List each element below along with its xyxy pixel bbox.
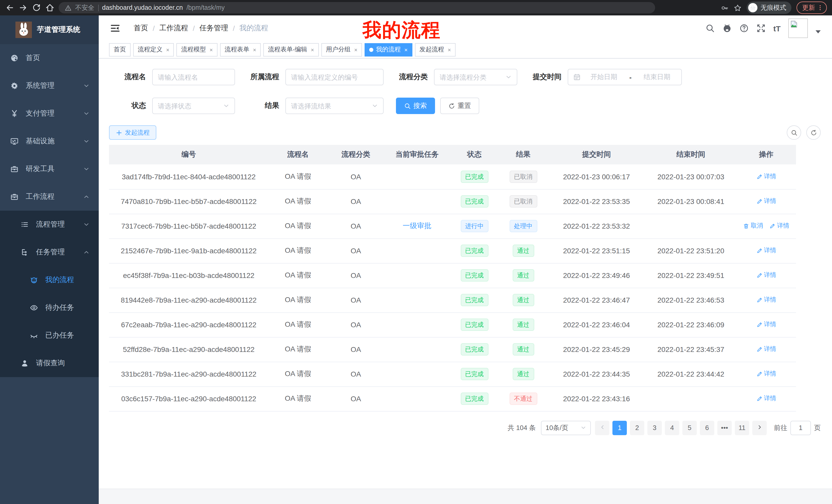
browser-forward-icon[interactable] — [19, 3, 28, 12]
cancel-action-link[interactable]: 取消 — [743, 222, 763, 230]
cell-current-task — [384, 164, 450, 189]
app-logo-row[interactable]: 芋道管理系统 — [0, 16, 99, 44]
address-bar[interactable]: 不安全 dashboard.yudao.iocoder.cn/bpm/task/… — [59, 2, 655, 13]
detail-action-link[interactable]: 详情 — [769, 222, 789, 230]
detail-action-link[interactable]: 详情 — [756, 345, 776, 354]
detail-action-link[interactable]: 详情 — [756, 172, 776, 181]
close-icon[interactable]: × — [404, 47, 408, 53]
browser-chrome: 不安全 dashboard.yudao.iocoder.cn/bpm/task/… — [0, 0, 832, 16]
close-icon[interactable]: × — [311, 47, 314, 53]
cell-status: 已完成 — [450, 288, 499, 312]
detail-action-link[interactable]: 详情 — [756, 370, 776, 379]
fullscreen-icon[interactable] — [756, 24, 766, 33]
show-search-button[interactable] — [787, 125, 801, 140]
search-icon[interactable] — [705, 24, 715, 33]
goto-page-input[interactable] — [790, 421, 811, 435]
sidebar-collapse-icon[interactable] — [110, 23, 120, 33]
avatar[interactable] — [788, 19, 808, 38]
detail-action-link[interactable]: 详情 — [756, 394, 776, 403]
tab-用户分组[interactable]: 用户分组× — [321, 43, 362, 56]
browser-update-button[interactable]: 更新 — [797, 2, 827, 14]
font-size-icon[interactable]: tT — [773, 24, 781, 33]
refresh-table-button[interactable] — [806, 125, 821, 140]
tab-流程模型[interactable]: 流程模型× — [177, 43, 217, 56]
process-def-input[interactable] — [285, 69, 384, 85]
sidebar-item-已办任务[interactable]: 已办任务 — [0, 321, 99, 349]
page-size-select[interactable]: 10条/页 — [541, 421, 591, 435]
sidebar-item-首页[interactable]: 首页 — [0, 44, 99, 72]
next-page-button[interactable] — [752, 421, 767, 435]
tab-流程表单-编辑[interactable]: 流程表单-编辑× — [263, 43, 319, 56]
detail-action-link[interactable]: 详情 — [756, 197, 776, 206]
pager-page-2[interactable]: 2 — [630, 421, 644, 435]
process-name-input[interactable] — [152, 69, 235, 85]
browser-reload-icon[interactable] — [32, 3, 41, 12]
toolbox-icon — [10, 193, 19, 201]
sidebar-item-工作流程[interactable]: 工作流程 — [0, 183, 99, 211]
sidebar-item-流程管理[interactable]: 流程管理 — [0, 211, 99, 239]
close-icon[interactable]: × — [354, 47, 358, 53]
tab-发起流程[interactable]: 发起流程× — [415, 43, 456, 56]
bookmark-star-icon[interactable] — [734, 4, 742, 11]
search-button[interactable]: 搜索 — [396, 97, 435, 114]
briefcase-icon — [10, 165, 19, 173]
sidebar-item-系统管理[interactable]: 系统管理 — [0, 72, 99, 100]
pager-page-11[interactable]: 11 — [735, 421, 749, 435]
table-header-row: 编号流程名流程分类当前审批任务状态结果提交时间结束时间操作 — [109, 145, 796, 164]
sidebar-item-请假查询[interactable]: 请假查询 — [0, 349, 99, 377]
user-menu-caret-icon[interactable] — [815, 30, 821, 33]
pager-page-4[interactable]: 4 — [665, 421, 679, 435]
detail-action-link[interactable]: 详情 — [756, 296, 776, 304]
sidebar-item-label: 请假查询 — [36, 359, 65, 368]
close-icon[interactable]: × — [448, 47, 451, 53]
pencil-icon — [756, 297, 762, 303]
sidebar-item-待办任务[interactable]: 待办任务 — [0, 294, 99, 321]
close-icon[interactable]: × — [166, 47, 170, 53]
help-icon[interactable] — [739, 24, 749, 33]
task-link[interactable]: 一级审批 — [402, 221, 432, 230]
close-icon[interactable]: × — [253, 47, 256, 53]
sidebar-item-基础设施[interactable]: 基础设施 — [0, 128, 99, 155]
detail-action-link[interactable]: 详情 — [756, 246, 776, 255]
pager-page-3[interactable]: 3 — [647, 421, 662, 435]
cell-category: OA — [328, 214, 384, 239]
detail-action-link[interactable]: 详情 — [756, 271, 776, 280]
pager-page-6[interactable]: 6 — [700, 421, 714, 435]
browser-menu-icon[interactable] — [817, 5, 823, 11]
tab-我的流程[interactable]: 我的流程× — [365, 43, 412, 56]
pager-page-5[interactable]: 5 — [682, 421, 697, 435]
sidebar-item-任务管理[interactable]: 任务管理 — [0, 239, 99, 266]
tab-流程定义[interactable]: 流程定义× — [133, 43, 174, 56]
create-process-button[interactable]: 发起流程 — [109, 125, 156, 140]
cell-id: 7317cec6-7b9b-11ec-b5b7-acde48001122 — [109, 214, 268, 239]
breadcrumb-item[interactable]: 任务管理 — [200, 24, 228, 33]
key-icon[interactable] — [721, 4, 729, 11]
status-badge: 通过 — [513, 343, 534, 356]
reset-button[interactable]: 重置 — [440, 97, 479, 114]
browser-back-icon[interactable] — [5, 3, 15, 12]
sidebar-item-label: 研发工具 — [26, 164, 54, 174]
prev-page-button[interactable] — [595, 421, 609, 435]
sidebar-item-label: 工作流程 — [26, 192, 54, 201]
category-select[interactable] — [434, 69, 517, 85]
status-select[interactable] — [152, 97, 235, 114]
breadcrumb-item[interactable]: 首页 — [134, 24, 148, 33]
result-select[interactable] — [285, 97, 384, 114]
cell-end-time: 2022-01-22 23:45:37 — [645, 337, 736, 362]
goto-label: 前往 — [774, 423, 787, 432]
breadcrumb-item[interactable]: 工作流程 — [159, 24, 188, 33]
plus-icon — [116, 129, 122, 136]
sidebar-item-支付管理[interactable]: 支付管理 — [0, 100, 99, 128]
submit-time-range-picker[interactable]: 开始日期 - 结束日期 — [568, 69, 682, 85]
sidebar-item-我的流程[interactable]: 我的流程 — [0, 266, 99, 294]
browser-home-icon[interactable] — [45, 3, 54, 12]
tab-流程表单[interactable]: 流程表单× — [220, 43, 261, 56]
detail-action-link[interactable]: 详情 — [756, 320, 776, 329]
tab-首页[interactable]: 首页 — [109, 43, 131, 56]
github-icon[interactable] — [723, 24, 732, 33]
cell-current-task — [384, 239, 450, 263]
sidebar-item-研发工具[interactable]: 研发工具 — [0, 155, 99, 183]
close-icon[interactable]: × — [210, 47, 213, 53]
pager-page-1[interactable]: 1 — [613, 421, 627, 435]
list-icon — [21, 220, 29, 229]
